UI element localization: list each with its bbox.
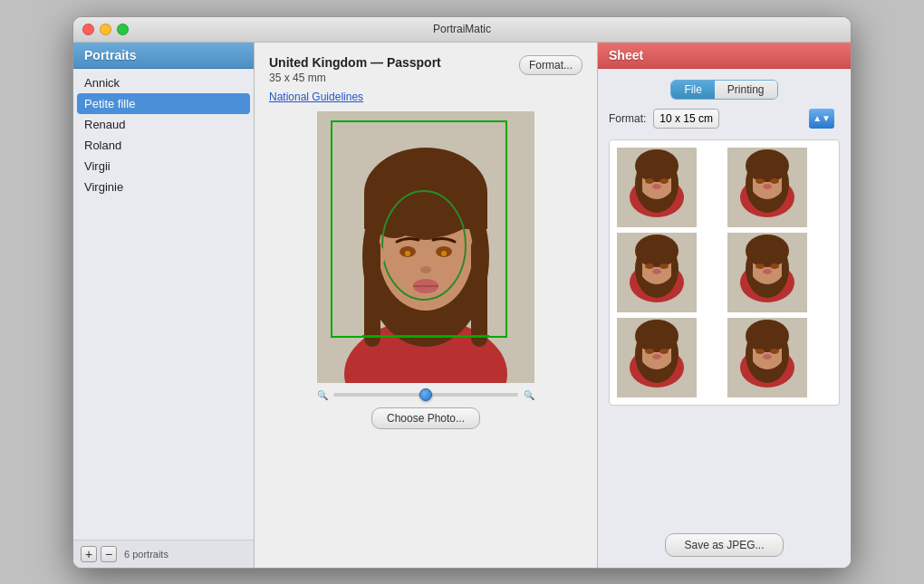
list-footer: + − 6 portraits (73, 540, 254, 568)
zoom-slider-track[interactable] (333, 393, 518, 397)
sheet-panel: Sheet File Printing Format: 10 x 15 cm A… (597, 43, 851, 568)
passport-meta: United Kingdom — Passport 35 x 45 mm Nat… (269, 55, 582, 104)
thumbnail-6 (727, 318, 807, 397)
zoom-slider-thumb[interactable] (419, 388, 432, 401)
svg-point-78 (645, 349, 654, 354)
zoom-out-icon: 🔍 (317, 390, 328, 400)
save-jpeg-button[interactable]: Save as JPEG... (665, 533, 783, 557)
format-dropdown-icon: ▲▼ (809, 109, 834, 129)
portrait-item-petite-fille[interactable]: Petite fille (77, 93, 250, 114)
add-portrait-button[interactable]: + (81, 546, 97, 562)
window-title: PortraiMatic (433, 23, 491, 35)
svg-point-56 (652, 269, 661, 274)
svg-point-90 (756, 349, 765, 354)
middle-panel: United Kingdom — Passport 35 x 45 mm Nat… (255, 43, 597, 568)
choose-photo-button[interactable]: Choose Photo... (371, 407, 480, 429)
svg-rect-81 (637, 343, 642, 365)
svg-point-66 (756, 263, 765, 269)
zoom-in-icon: 🔍 (524, 390, 534, 400)
svg-point-44 (763, 184, 772, 189)
svg-rect-93 (747, 343, 753, 365)
svg-point-43 (770, 178, 779, 184)
portrait-list: Annick Petite fille Renaud Roland Virgii… (73, 69, 254, 540)
portrait-item-renaud[interactable]: Renaud (77, 114, 250, 135)
svg-rect-57 (637, 258, 642, 280)
zoom-slider-row: 🔍 🔍 (317, 390, 534, 400)
thumbnail-1 (617, 148, 697, 227)
guidelines-link[interactable]: National Guidelines (269, 91, 363, 103)
app-window: PortraiMatic Portraits Annick Petite fil… (72, 16, 852, 569)
sheet-header: Sheet (598, 43, 851, 69)
svg-point-67 (770, 263, 779, 269)
svg-point-31 (659, 178, 669, 184)
svg-rect-70 (782, 258, 787, 280)
remove-portrait-button[interactable]: − (101, 546, 117, 562)
svg-rect-94 (782, 343, 787, 365)
main-content: Portraits Annick Petite fille Renaud Rol… (73, 43, 851, 568)
svg-rect-69 (747, 258, 753, 280)
svg-point-92 (763, 354, 772, 359)
tab-printing[interactable]: Printing (715, 81, 777, 99)
maximize-button[interactable] (117, 24, 129, 35)
thumbnail-5 (617, 318, 697, 397)
svg-rect-58 (671, 258, 677, 280)
portrait-item-annick[interactable]: Annick (77, 72, 250, 93)
thumbnail-4 (727, 233, 807, 312)
portrait-item-virginie[interactable]: Virginie (77, 177, 250, 197)
svg-rect-46 (782, 173, 787, 195)
svg-point-80 (652, 354, 661, 359)
svg-rect-20 (364, 238, 380, 347)
thumbnail-grid (609, 139, 840, 406)
svg-point-14 (441, 251, 447, 256)
thumbnail-3 (617, 233, 697, 312)
svg-rect-34 (671, 173, 677, 195)
svg-point-55 (659, 263, 669, 269)
thumbnail-2 (727, 148, 807, 227)
format-row: Format: 10 x 15 cm A4 Letter ▲▼ (609, 109, 840, 129)
svg-point-54 (645, 263, 654, 269)
format-label: Format: (609, 112, 646, 125)
sheet-content: File Printing Format: 10 x 15 cm A4 Lett… (598, 69, 851, 568)
minimize-button[interactable] (100, 24, 111, 35)
portrait-item-virgii[interactable]: Virgii (77, 156, 250, 177)
tab-row: File Printing (609, 80, 840, 100)
tab-group: File Printing (670, 80, 777, 100)
close-button[interactable] (82, 24, 94, 35)
svg-rect-21 (471, 238, 487, 347)
svg-point-9 (408, 218, 444, 240)
title-bar-buttons (82, 24, 129, 35)
svg-point-79 (659, 349, 669, 354)
svg-rect-82 (671, 343, 677, 365)
svg-point-13 (405, 251, 410, 256)
svg-point-32 (652, 184, 661, 189)
format-select[interactable]: 10 x 15 cm A4 Letter (653, 109, 719, 129)
portrait-svg (317, 111, 534, 383)
tab-file[interactable]: File (671, 81, 714, 99)
svg-point-30 (645, 178, 654, 184)
svg-point-42 (756, 178, 765, 184)
title-bar: PortraiMatic (73, 17, 851, 43)
svg-rect-45 (747, 173, 753, 195)
svg-point-91 (770, 349, 779, 354)
svg-rect-33 (637, 173, 642, 195)
svg-point-68 (763, 269, 772, 274)
svg-point-15 (420, 266, 431, 273)
format-select-wrapper: 10 x 15 cm A4 Letter ▲▼ (653, 109, 840, 129)
format-button[interactable]: Format... (519, 55, 582, 75)
portraits-panel: Portraits Annick Petite fille Renaud Rol… (73, 43, 255, 568)
portrait-count: 6 portraits (124, 549, 168, 560)
portrait-item-roland[interactable]: Roland (77, 135, 250, 156)
portraits-header: Portraits (73, 43, 254, 69)
photo-area: 🔍 🔍 Choose Photo... (269, 111, 582, 555)
photo-frame (317, 111, 534, 383)
